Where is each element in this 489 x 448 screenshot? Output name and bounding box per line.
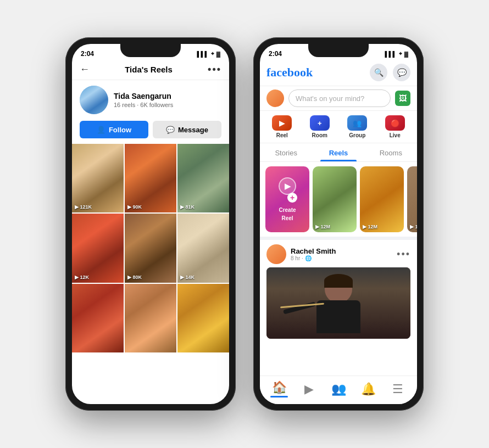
home-icon: 🏠 [272,380,287,395]
reel-fb-count-1: ▶ 12M [315,224,330,229]
room-icon: + [310,115,330,131]
post-placeholder: What's on your mind? [296,94,364,103]
follow-label: Follow [109,126,131,134]
messenger-button[interactable]: 💬 [393,64,410,81]
action-bar: ▶ Reel + Room 👥 Group 🔴 Live [260,111,417,143]
reel-item-5[interactable]: ▶ 14K [177,214,229,282]
chef-image [266,267,410,339]
post-more-button[interactable]: ••• [397,249,410,260]
signal-icons-right: ▌▌▌ ⌖ ▓ [385,51,408,57]
reel-item-3[interactable]: ▶ 12K [72,214,124,282]
reels-navbar: ← Tida's Reels ••• [72,60,229,80]
reel-bg-2: ▶ 12M [360,166,404,232]
header-icons: 🔍 💬 [370,64,410,81]
nav-home[interactable]: 🏠 [264,380,294,397]
reel-count-5: ▶ 14K [180,275,195,280]
right-phone: 2:04 ▌▌▌ ⌖ ▓ facebook 🔍 💬 What's on your… [253,37,424,411]
photo-icon[interactable]: 🖼 [395,91,410,106]
create-reel-inner: ▶ + Create Reel [265,166,309,232]
left-screen: 2:04 ▌▌▌ ⌖ ▓ ← Tida's Reels ••• Tida Sae… [72,44,229,404]
nav-video[interactable]: ▶ [294,382,324,396]
post-author-name: Rachel Smith [291,247,336,255]
back-button[interactable]: ← [80,64,90,75]
reel-count-0: ▶ 121K [75,204,92,210]
fb-reel-2[interactable]: ▶ 12M [360,166,404,232]
reel-fb-count-3: ▶ 12M [410,224,417,229]
live-label: Live [390,132,401,138]
create-plus-icon: + [287,193,297,203]
group-icon: 👥 [347,115,367,131]
reel-item-7[interactable] [125,284,176,352]
create-reel-label2: Reel [281,215,293,221]
signal-icons-left: ▌▌▌ ⌖ ▓ [197,51,220,57]
reel-bg-1: ▶ 12M [313,166,357,232]
reel-fb-count-2: ▶ 12M [363,224,377,229]
post-meta: 8 hr · 🌐 [291,255,336,261]
post-author-info: Rachel Smith 8 hr · 🌐 [291,247,336,261]
time-right: 2:04 [269,50,282,58]
signal-icon-r: ▌▌▌ [385,51,396,57]
message-button[interactable]: 💬 Message [153,121,221,138]
facebook-header: facebook 🔍 💬 [260,60,417,86]
battery-icon-r: ▓ [404,51,408,57]
nav-menu[interactable]: ☰ [383,382,413,396]
wifi-icon: ⌖ [211,51,214,57]
fb-reel-3[interactable]: ▶ 12M [407,166,417,232]
user-avatar [266,89,284,107]
reel-count-2: ▶ 81K [180,204,195,210]
messenger-icon: 💬 [166,126,175,134]
post-bar: What's on your mind? 🖼 [260,86,417,111]
bottom-nav: 🏠 ▶ 👥 🔔 ☰ [260,376,417,404]
create-reel-card[interactable]: ▶ + Create Reel [265,166,309,232]
avatar-image [80,86,108,114]
reel-item-8[interactable] [177,284,229,352]
nav-people[interactable]: 👥 [324,382,353,396]
tab-reels[interactable]: Reels [312,143,364,161]
active-indicator [270,396,288,397]
follow-icon: 👤 [97,126,105,134]
post-author-avatar [266,244,286,264]
content-tabs: Stories Reels Rooms [260,143,417,162]
signal-icon: ▌▌▌ [197,51,208,57]
profile-meta: 16 reels · 6K followers [114,102,221,108]
nav-notifications[interactable]: 🔔 [353,382,383,396]
search-button[interactable]: 🔍 [370,64,387,81]
tab-rooms[interactable]: Rooms [365,143,417,161]
profile-name: Tida Saengarun [114,92,221,100]
reel-item-2[interactable]: ▶ 81K [177,144,229,212]
menu-icon: ☰ [392,382,403,396]
fb-reel-1[interactable]: ▶ 12M [313,166,357,232]
live-icon: 🔴 [385,115,405,131]
profile-actions: 👤 Follow 💬 Message [72,119,229,144]
room-label: Room [312,132,327,138]
facebook-logo: facebook [266,65,313,80]
right-screen: 2:04 ▌▌▌ ⌖ ▓ facebook 🔍 💬 What's on your… [260,44,417,404]
follow-button[interactable]: 👤 Follow [80,121,148,138]
page-title-reels: Tida's Reels [125,65,173,74]
reel-camera-icon: ▶ [279,177,296,195]
action-reel[interactable]: ▶ Reel [272,115,292,138]
time-left: 2:04 [81,50,94,58]
action-room[interactable]: + Room [310,115,330,138]
reel-item-1[interactable]: ▶ 90K [125,144,176,212]
reel-icon: ▶ [272,115,292,131]
message-label: Message [178,126,208,134]
reel-count-1: ▶ 90K [127,204,142,210]
reel-item-4[interactable]: ▶ 80K [125,214,176,282]
tab-stories[interactable]: Stories [260,143,312,161]
post-section: Rachel Smith 8 hr · 🌐 ••• [260,237,417,341]
action-live[interactable]: 🔴 Live [385,115,405,138]
video-icon: ▶ [304,382,314,396]
more-button-left[interactable]: ••• [208,64,221,75]
profile-info: Tida Saengarun 16 reels · 6K followers [114,92,221,108]
post-author-row: Rachel Smith 8 hr · 🌐 ••• [266,244,410,264]
left-phone: 2:04 ▌▌▌ ⌖ ▓ ← Tida's Reels ••• Tida Sae… [65,37,236,411]
bell-icon: 🔔 [361,382,376,396]
reel-item-6[interactable] [72,284,124,352]
action-group[interactable]: 👥 Group [347,115,367,138]
notch-right [308,44,369,57]
reels-grid: ▶ 121K ▶ 90K ▶ 81K ▶ 12K ▶ 80K ▶ 14K [72,144,229,352]
reel-count-4: ▶ 80K [127,275,142,280]
reel-item-0[interactable]: ▶ 121K [72,144,124,212]
post-input[interactable]: What's on your mind? [288,89,391,107]
